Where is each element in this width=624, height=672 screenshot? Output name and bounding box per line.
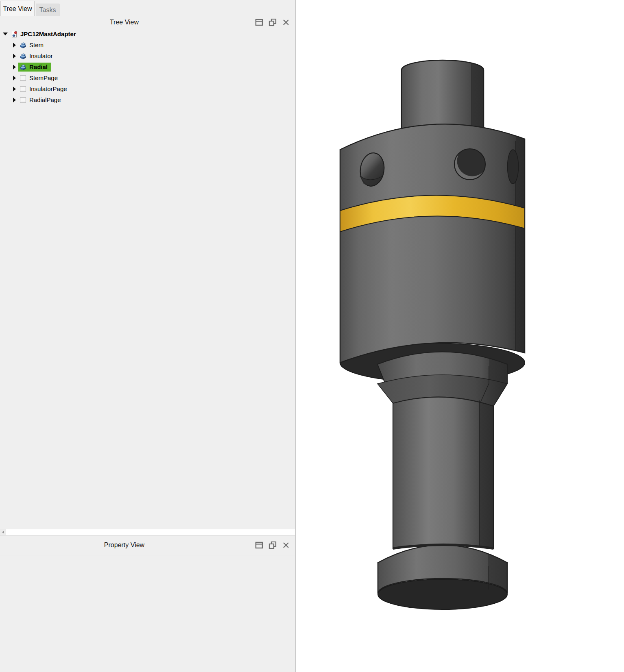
tree-item-label: Stem [29, 41, 44, 48]
chevron-right-icon[interactable] [11, 76, 17, 80]
tree-row-insulator[interactable]: Insulator [0, 50, 295, 61]
dock-icon[interactable] [255, 18, 264, 27]
chevron-right-icon[interactable] [11, 65, 17, 70]
tree-row-radialpage[interactable]: RadialPage [0, 94, 295, 105]
chevron-right-icon[interactable] [11, 98, 17, 102]
tree-view-header: Tree View [0, 16, 295, 28]
left-dock-panel: Tree View Tasks Tree View [0, 0, 296, 672]
3d-viewport[interactable] [296, 0, 624, 672]
tree-view: JPC12MastAdapter [0, 28, 295, 105]
tab-tasks[interactable]: Tasks [36, 4, 59, 16]
body-icon [20, 41, 27, 49]
tree-row-stempage[interactable]: StemPage [0, 72, 295, 83]
close-icon[interactable] [281, 18, 290, 27]
property-view-controls [255, 541, 290, 550]
tree-view-title: Tree View [0, 16, 249, 28]
tree-item-label: StemPage [29, 74, 58, 81]
tree-row-stem[interactable]: Stem [0, 39, 295, 50]
tree-horizontal-scrollbar[interactable] [0, 529, 295, 535]
chevron-right-icon[interactable] [11, 43, 17, 48]
application-window: Tree View Tasks Tree View [0, 0, 624, 672]
close-icon[interactable] [281, 541, 290, 550]
tree-row-radial[interactable]: Radial [0, 61, 295, 72]
page-icon [20, 85, 27, 93]
body-icon [20, 63, 27, 71]
dock-tab-bar: Tree View Tasks [0, 0, 295, 16]
model-flange[interactable] [378, 545, 507, 610]
document-icon [11, 30, 18, 38]
tree-item-label: RadialPage [29, 96, 61, 103]
tree-item-label: JPC12MastAdapter [20, 30, 76, 37]
property-view-title: Property View [0, 535, 249, 555]
property-view-divider [0, 555, 295, 555]
tree-row-document[interactable]: JPC12MastAdapter [0, 28, 295, 39]
body-icon [20, 52, 27, 60]
dock-icon[interactable] [255, 541, 264, 550]
property-view-header: Property View [0, 535, 295, 555]
tree-view-controls [255, 18, 290, 27]
chevron-right-icon[interactable] [11, 87, 17, 91]
float-icon[interactable] [268, 541, 277, 550]
page-icon [20, 74, 27, 82]
3d-model[interactable] [296, 0, 624, 672]
chevron-right-icon[interactable] [11, 54, 17, 59]
tree-row-insulatorpage[interactable]: InsulatorPage [0, 83, 295, 94]
model-lower-shaft[interactable] [393, 397, 493, 549]
float-icon[interactable] [268, 18, 277, 27]
page-icon [20, 96, 27, 104]
scroll-left-icon[interactable] [0, 529, 6, 535]
chevron-down-icon[interactable] [2, 32, 8, 36]
tab-tree-view[interactable]: Tree View [0, 1, 35, 16]
tree-item-label: InsulatorPage [29, 85, 67, 92]
tree-item-label: Radial [29, 63, 48, 70]
model-radial-hole-right[interactable] [508, 150, 519, 184]
tree-item-label: Insulator [29, 52, 53, 59]
